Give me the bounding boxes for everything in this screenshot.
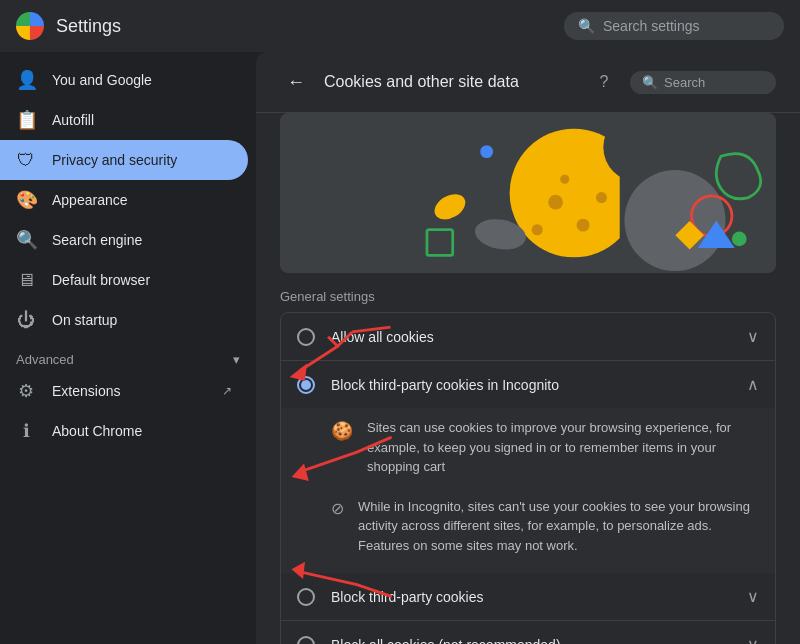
radio-allow-all xyxy=(297,328,315,346)
sidebar-label-privacy-security: Privacy and security xyxy=(52,152,177,168)
svg-point-7 xyxy=(560,175,569,184)
section-label: General settings xyxy=(256,273,800,312)
content-search-icon: 🔍 xyxy=(642,75,658,90)
sidebar-item-search-engine[interactable]: 🔍 Search engine xyxy=(0,220,248,260)
main-content: ← Cookies and other site data ? 🔍 xyxy=(256,52,800,644)
radio-block-all xyxy=(297,636,315,645)
chevron-block-third-icon: ∨ xyxy=(747,587,759,606)
sidebar-item-on-startup[interactable]: ⏻ On startup xyxy=(0,300,248,340)
sidebar-label-search-engine: Search engine xyxy=(52,232,142,248)
header-search-box[interactable]: 🔍 xyxy=(564,12,784,40)
svg-point-4 xyxy=(548,195,563,210)
info-icon: ℹ xyxy=(16,420,36,442)
advanced-section[interactable]: Advanced ▾ xyxy=(0,340,256,371)
detail-row-1: ⊘ While in Incognito, sites can't use yo… xyxy=(331,487,759,566)
sidebar-item-you-and-google[interactable]: 👤 You and Google xyxy=(0,60,248,100)
appearance-icon: 🎨 xyxy=(16,189,36,211)
sidebar-label-on-startup: On startup xyxy=(52,312,117,328)
detail-text-0: Sites can use cookies to improve your br… xyxy=(367,418,759,477)
option-block-third-incognito[interactable]: Block third-party cookies in Incognito ∧ xyxy=(281,361,775,408)
app-title: Settings xyxy=(56,16,564,37)
sidebar-label-about-chrome: About Chrome xyxy=(52,423,142,439)
sidebar-item-appearance[interactable]: 🎨 Appearance xyxy=(0,180,248,220)
back-button[interactable]: ← xyxy=(280,66,312,98)
help-button[interactable]: ? xyxy=(590,68,618,96)
browser-icon: 🖥 xyxy=(16,270,36,291)
sidebar-label-extensions: Extensions xyxy=(52,383,120,399)
sidebar-item-extensions[interactable]: ⚙ Extensions ↗ xyxy=(0,371,248,411)
block-icon: ⊘ xyxy=(331,499,344,518)
radio-inner-dot xyxy=(301,380,311,390)
chrome-logo xyxy=(16,12,44,40)
search-engine-icon: 🔍 xyxy=(16,229,36,251)
option-block-incognito-label: Block third-party cookies in Incognito xyxy=(331,377,747,393)
content-search-box[interactable]: 🔍 xyxy=(630,71,776,94)
content-topbar: ← Cookies and other site data ? 🔍 xyxy=(256,52,800,113)
person-icon: 👤 xyxy=(16,69,36,91)
autofill-icon: 📋 xyxy=(16,109,36,131)
svg-point-10 xyxy=(480,145,493,158)
sidebar-item-autofill[interactable]: 📋 Autofill xyxy=(0,100,248,140)
detail-text-1: While in Incognito, sites can't use your… xyxy=(358,497,759,556)
option-block-all-cookies[interactable]: Block all cookies (not recommended) ∨ xyxy=(281,621,775,644)
sidebar-item-privacy-security[interactable]: 🛡 Privacy and security xyxy=(0,140,248,180)
content-title: Cookies and other site data xyxy=(324,73,578,91)
sidebar-label-autofill: Autofill xyxy=(52,112,94,128)
svg-point-5 xyxy=(577,219,590,232)
cookie-illustration xyxy=(280,113,776,273)
chevron-block-incognito-icon: ∧ xyxy=(747,375,759,394)
option-block-third-party[interactable]: Block third-party cookies ∨ xyxy=(281,573,775,621)
cookie-settings-group: Allow all cookies ∨ Block third-party co… xyxy=(280,312,776,644)
startup-icon: ⏻ xyxy=(16,310,36,331)
sidebar-item-about-chrome[interactable]: ℹ About Chrome xyxy=(0,411,248,451)
sidebar-label-default-browser: Default browser xyxy=(52,272,150,288)
detail-row-0: 🍪 Sites can use cookies to improve your … xyxy=(331,408,759,487)
topbar-actions: ? 🔍 xyxy=(590,68,776,96)
chevron-down-icon: ▾ xyxy=(233,352,240,367)
sidebar: 👤 You and Google 📋 Autofill 🛡 Privacy an… xyxy=(0,52,256,644)
expanded-details: 🍪 Sites can use cookies to improve your … xyxy=(281,408,775,573)
radio-block-incognito xyxy=(297,376,315,394)
sidebar-label-you-and-google: You and Google xyxy=(52,72,152,88)
search-icon: 🔍 xyxy=(578,18,595,34)
external-link-icon: ↗ xyxy=(222,384,232,398)
chevron-block-all-icon: ∨ xyxy=(747,635,759,644)
shield-icon: 🛡 xyxy=(16,150,36,171)
app-header: Settings 🔍 xyxy=(0,0,800,52)
radio-block-third-party xyxy=(297,588,315,606)
option-block-all-label: Block all cookies (not recommended) xyxy=(331,637,747,645)
chevron-allow-all-icon: ∨ xyxy=(747,327,759,346)
option-block-third-party-label: Block third-party cookies xyxy=(331,589,747,605)
advanced-label: Advanced xyxy=(16,352,74,367)
svg-point-6 xyxy=(532,224,543,235)
svg-point-9 xyxy=(624,170,725,271)
header-search-input[interactable] xyxy=(603,18,770,34)
content-search-input[interactable] xyxy=(664,75,764,90)
svg-point-8 xyxy=(596,192,607,203)
sidebar-item-default-browser[interactable]: 🖥 Default browser xyxy=(0,260,248,300)
option-allow-all-cookies[interactable]: Allow all cookies ∨ xyxy=(281,313,775,361)
cookie-small-icon: 🍪 xyxy=(331,420,353,442)
option-allow-all-label: Allow all cookies xyxy=(331,329,747,345)
extensions-icon: ⚙ xyxy=(16,380,36,402)
option-block-third-incognito-container: Block third-party cookies in Incognito ∧… xyxy=(281,361,775,573)
main-layout: 👤 You and Google 📋 Autofill 🛡 Privacy an… xyxy=(0,52,800,644)
sidebar-label-appearance: Appearance xyxy=(52,192,128,208)
svg-point-15 xyxy=(732,232,747,247)
